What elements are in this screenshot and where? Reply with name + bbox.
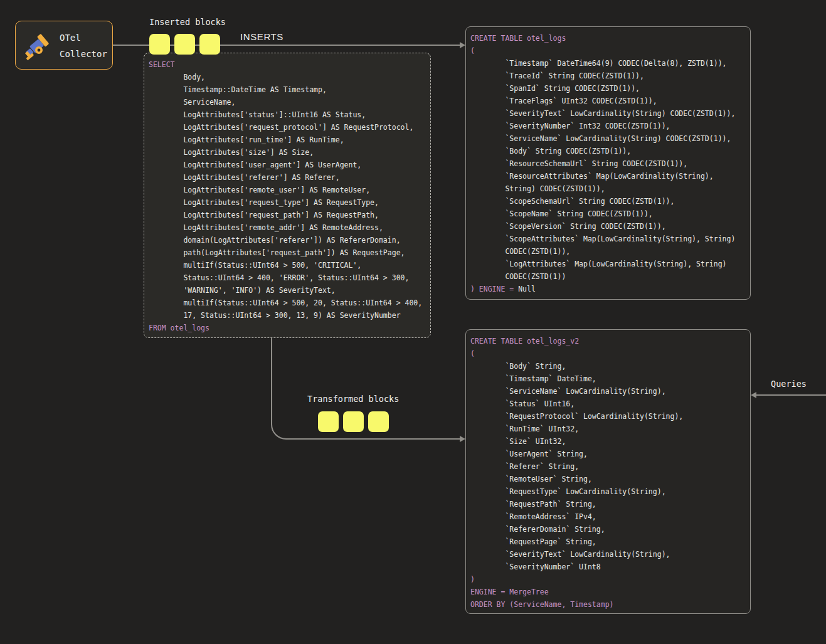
otel-logs-table-codeblock: CREATE TABLE otel_logs( `Timestamp` Date… bbox=[465, 26, 751, 300]
code-line: `ResourceSchemaUrl` String CODEC(ZSTD(1)… bbox=[470, 157, 745, 170]
transform-arrowhead-icon bbox=[460, 436, 465, 442]
transform-connector-line bbox=[271, 338, 460, 440]
code-line: `Timestamp` DateTime64(9) CODEC(Delta(8)… bbox=[470, 57, 745, 70]
code-line: `ServiceName` LowCardinality(String), bbox=[470, 385, 745, 398]
transformed-block-2 bbox=[343, 411, 364, 432]
code-line: Status::UInt64 > 400, 'ERROR', Status::U… bbox=[149, 272, 425, 284]
inserted-block-3 bbox=[199, 34, 220, 55]
transformed-block-1 bbox=[318, 411, 339, 432]
code-line: ( bbox=[470, 347, 745, 360]
code-line: `ServiceName` LowCardinality(String) COD… bbox=[470, 132, 745, 145]
code-line: domain(LogAttributes['referer']) AS Refe… bbox=[149, 234, 425, 246]
code-line: path(LogAttributes['request_path']) AS R… bbox=[149, 246, 425, 259]
code-line: LogAttributes['status']::UInt16 AS Statu… bbox=[149, 108, 425, 121]
otel-collector-name-line2: Collector bbox=[60, 46, 107, 62]
code-line: `RemoteAddress` IPv4, bbox=[470, 510, 745, 523]
code-line: `ScopeVersion` String CODEC(ZSTD(1)), bbox=[470, 220, 745, 233]
code-line: `SpanId` String CODEC(ZSTD(1)), bbox=[470, 82, 745, 95]
code-line: `Size` UInt32, bbox=[470, 435, 745, 448]
code-line: `RunTime` UInt32, bbox=[470, 423, 745, 435]
code-line: `LogAttributes` Map(LowCardinality(Strin… bbox=[470, 258, 745, 270]
queries-label: Queries bbox=[771, 378, 807, 389]
code-line: `Body` String, bbox=[470, 360, 745, 372]
code-line: `SeverityText` LowCardinality(String), bbox=[470, 548, 745, 561]
inserted-block-2 bbox=[174, 34, 195, 55]
otel-logs-v2-table-codeblock: CREATE TABLE otel_logs_v2( `Body` String… bbox=[465, 329, 751, 614]
code-line: LogAttributes['referer'] AS Referer, bbox=[149, 171, 425, 184]
code-line: `RequestPath` String, bbox=[470, 498, 745, 510]
code-line: `ScopeAttributes` Map(LowCardinality(Str… bbox=[470, 233, 745, 245]
code-line: Body, bbox=[149, 71, 425, 83]
code-line: multiIf(Status::UInt64 > 500, 'CRITICAL'… bbox=[149, 259, 425, 272]
transformed-block-3 bbox=[368, 411, 389, 432]
code-line: String) CODEC(ZSTD(1)), bbox=[470, 182, 745, 195]
code-line: ) ENGINE = Null bbox=[470, 283, 745, 295]
telescope-icon bbox=[22, 31, 52, 61]
inserts-arrowhead-icon bbox=[460, 42, 465, 48]
code-line: ServiceName, bbox=[149, 96, 425, 108]
otel-collector-name-line1: OTel bbox=[60, 29, 107, 46]
code-line: `RequestPage` String, bbox=[470, 536, 745, 548]
code-line: LogAttributes['remote_user'] AS RemoteUs… bbox=[149, 184, 425, 196]
select-query-codeblock: SELECT Body, Timestamp::DateTime AS Time… bbox=[144, 53, 431, 338]
code-line: `SeverityText` LowCardinality(String) CO… bbox=[470, 107, 745, 120]
code-line: LogAttributes['request_type'] AS Request… bbox=[149, 196, 425, 209]
code-line: SELECT bbox=[149, 58, 425, 71]
code-line: `ScopeName` String CODEC(ZSTD(1)), bbox=[470, 208, 745, 220]
code-line: Timestamp::DateTime AS Timestamp, bbox=[149, 83, 425, 96]
code-line: `ScopeSchemaUrl` String CODEC(ZSTD(1)), bbox=[470, 195, 745, 208]
code-line: `SeverityNumber` Int32 CODEC(ZSTD(1)), bbox=[470, 120, 745, 132]
code-line: `TraceFlags` UInt32 CODEC(ZSTD(1)), bbox=[470, 95, 745, 107]
code-line: ORDER BY (ServiceName, Timestamp) bbox=[470, 598, 745, 611]
transformed-blocks-label: Transformed blocks bbox=[307, 393, 399, 404]
code-line: multiIf(Status::UInt64 > 500, 20, Status… bbox=[149, 297, 425, 309]
code-line: `RequestType` LowCardinality(String), bbox=[470, 485, 745, 498]
code-line: FROM otel_logs bbox=[149, 322, 425, 334]
code-line: LogAttributes['remote_addr'] AS RemoteAd… bbox=[149, 221, 425, 234]
code-line: `Timestamp` DateTime, bbox=[470, 372, 745, 385]
code-line: `UserAgent` String, bbox=[470, 448, 745, 460]
code-line: `SeverityNumber` UInt8 bbox=[470, 561, 745, 573]
code-line: LogAttributes['run_time'] AS RunTime, bbox=[149, 134, 425, 146]
inserts-label: INSERTS bbox=[240, 31, 283, 42]
code-line: LogAttributes['request_protocol'] AS Req… bbox=[149, 121, 425, 134]
code-line: ) bbox=[470, 573, 745, 586]
code-line: CODEC(ZSTD(1)), bbox=[470, 245, 745, 258]
code-line: `Referer` String, bbox=[470, 460, 745, 473]
queries-arrowhead-icon bbox=[751, 392, 756, 398]
code-line: CREATE TABLE otel_logs_v2 bbox=[470, 335, 745, 347]
code-line: ( bbox=[470, 45, 745, 57]
otel-collector-card: OTel Collector bbox=[15, 21, 113, 70]
code-line: ENGINE = MergeTree bbox=[470, 586, 745, 598]
code-line: `RefererDomain` String, bbox=[470, 523, 745, 536]
code-line: 17, Status::UInt64 > 300, 13, 9) AS Seve… bbox=[149, 309, 425, 322]
code-line: `RemoteUser` String, bbox=[470, 473, 745, 485]
queries-arrow-line bbox=[755, 394, 826, 396]
code-line: LogAttributes['user_agent'] AS UserAgent… bbox=[149, 159, 425, 171]
inserted-block-1 bbox=[149, 34, 170, 55]
code-line: `TraceId` String CODEC(ZSTD(1)), bbox=[470, 70, 745, 82]
code-line: CODEC(ZSTD(1)) bbox=[470, 270, 745, 283]
code-line: `RequestProtocol` LowCardinality(String)… bbox=[470, 410, 745, 423]
code-line: LogAttributes['request_path'] AS Request… bbox=[149, 209, 425, 221]
code-line: 'WARNING', 'INFO') AS SeverityText, bbox=[149, 284, 425, 297]
code-line: `Body` String CODEC(ZSTD(1)), bbox=[470, 145, 745, 157]
code-line: CREATE TABLE otel_logs bbox=[470, 32, 745, 45]
inserted-blocks-label: Inserted blocks bbox=[149, 16, 226, 28]
code-line: `Status` UInt16, bbox=[470, 398, 745, 410]
code-line: LogAttributes['size'] AS Size, bbox=[149, 146, 425, 159]
code-line: `ResourceAttributes` Map(LowCardinality(… bbox=[470, 170, 745, 182]
